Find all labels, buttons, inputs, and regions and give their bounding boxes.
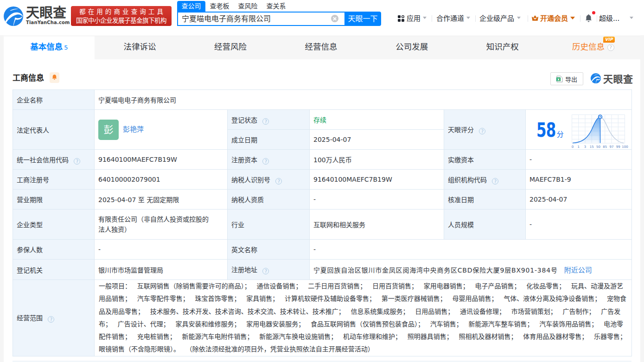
svg-text:97: 97: [610, 145, 614, 149]
svg-text:3: 3: [584, 145, 586, 149]
svg-text:15: 15: [590, 145, 594, 149]
svg-text:X: X: [557, 77, 560, 81]
svg-text:1: 1: [578, 145, 580, 149]
svg-text:0: 0: [572, 145, 574, 149]
svg-text:100: 100: [622, 145, 628, 149]
svg-text:85: 85: [603, 145, 607, 149]
svg-text:99: 99: [616, 145, 620, 149]
svg-text:50: 50: [596, 145, 600, 149]
